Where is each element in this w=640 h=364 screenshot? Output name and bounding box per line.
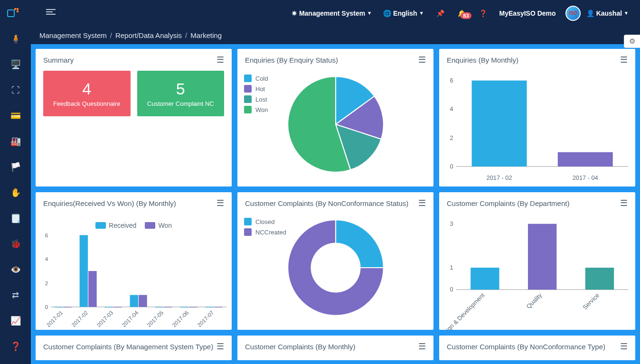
svg-rect-24 (80, 235, 88, 307)
legend-won: Won (158, 222, 172, 229)
svg-text:sign & Development: sign & Development (442, 291, 486, 330)
legend: Received Won (38, 222, 230, 229)
tile-label: Feedback Questionnaire (53, 100, 121, 107)
brand-name[interactable]: MyEasyISO Demo (494, 0, 562, 26)
sidebar-item-8[interactable]: 🗒️ (0, 205, 31, 231)
sidebar: 🧍 🖥️ ⛶ 💳 🏭 🏳️ ✋ 🗒️ 🐞 👁️ ⇄ 📈 ❓ (0, 26, 31, 364)
notifications-icon[interactable]: 🔔83 (451, 9, 472, 17)
bar-chart: 02462017 - 022017 - 04 (439, 71, 635, 190)
svg-rect-14 (558, 152, 613, 167)
svg-rect-12 (472, 81, 527, 167)
panel-complaints-ms-type: Customer Complaints (By Management Syste… (36, 336, 232, 360)
bar-chart: 02462017-012017-022017-032017-042017-052… (38, 232, 230, 333)
language-label: English (393, 9, 417, 17)
panel-menu-icon[interactable]: ☰ (216, 341, 224, 352)
pin-icon[interactable]: 📌 (430, 9, 451, 17)
svg-rect-36 (180, 307, 188, 308)
tile-value: 5 (176, 80, 185, 98)
legend-created: NCCreated (255, 229, 286, 236)
caret-down-icon: ▼ (419, 10, 424, 16)
panel-complaints-dept: Customer Complaints (By Department) ☰ 01… (439, 192, 635, 330)
sidebar-item-11[interactable]: ⇄ (0, 282, 31, 308)
legend-received: Received (109, 222, 136, 229)
pie-chart (286, 75, 386, 174)
page-settings-icon[interactable]: ⚙ (624, 35, 640, 48)
sidebar-item-5[interactable]: 🏭 (0, 129, 31, 154)
svg-rect-37 (189, 307, 197, 308)
sidebar-item-2[interactable]: 🖥️ (0, 52, 31, 77)
panel-menu-icon[interactable]: ☰ (418, 341, 426, 352)
svg-rect-2 (17, 8, 19, 10)
panel-title: Customer Complaints (By Management Syste… (43, 343, 213, 351)
svg-rect-30 (130, 295, 138, 307)
panel-menu-icon[interactable]: ☰ (620, 198, 628, 208)
sidebar-item-10[interactable]: 👁️ (0, 257, 31, 282)
sidebar-item-1[interactable]: 🧍 (0, 26, 31, 52)
sidebar-item-3[interactable]: ⛶ (0, 77, 31, 103)
legend-won: Won (255, 106, 268, 113)
help-icon[interactable]: ❓ (472, 9, 494, 17)
panel-menu-icon[interactable]: ☰ (418, 198, 426, 208)
breadcrumb-c[interactable]: Marketing (190, 31, 222, 39)
sidebar-item-12[interactable]: 📈 (0, 308, 31, 334)
sidebar-item-9[interactable]: 🐞 (0, 231, 31, 257)
svg-rect-22 (63, 307, 71, 308)
breadcrumb-sep: / (182, 31, 190, 39)
svg-rect-39 (206, 307, 214, 308)
legend-hot: Hot (255, 85, 265, 93)
svg-text:3: 3 (450, 220, 453, 227)
svg-rect-5 (46, 11, 53, 12)
svg-point-42 (311, 243, 360, 293)
panel-complaints-nc-status: Customer Complaints (By NonConformance S… (237, 192, 433, 330)
svg-rect-1 (14, 8, 16, 10)
tile-feedback[interactable]: 4 Feedback Questionnaire (43, 71, 131, 116)
app-logo[interactable] (6, 6, 20, 20)
user-dropdown[interactable]: 👤 Kaushal ▼ (581, 0, 634, 26)
legend: Closed NCCreated (244, 218, 286, 239)
sidebar-item-13[interactable]: ❓ (0, 334, 31, 359)
svg-rect-4 (46, 9, 56, 10)
svg-rect-28 (113, 307, 122, 308)
management-system-label: Management System (299, 9, 365, 17)
panel-menu-icon[interactable]: ☰ (216, 198, 224, 208)
panel-complaints-monthly: Customer Complaints (By Monthly) ☰ (237, 336, 433, 360)
sidebar-item-7[interactable]: ✋ (0, 180, 31, 205)
topbar: ✷ Management System ▼ 🌐 English ▼ 📌 🔔83 … (0, 0, 640, 26)
gear-icon: ✷ (292, 9, 297, 17)
management-system-dropdown[interactable]: ✷ Management System ▼ (286, 0, 377, 26)
svg-rect-27 (105, 307, 113, 308)
svg-rect-49 (528, 224, 556, 290)
panel-menu-icon[interactable]: ☰ (216, 55, 224, 65)
language-dropdown[interactable]: 🌐 English ▼ (377, 0, 429, 26)
svg-rect-0 (8, 10, 14, 17)
dashboard-grid: Summary ☰ 4 Feedback Questionnaire 5 Cus… (31, 44, 640, 364)
sidebar-item-6[interactable]: 🏳️ (0, 154, 31, 180)
svg-rect-40 (214, 307, 222, 308)
panel-menu-icon[interactable]: ☰ (620, 55, 628, 65)
svg-text:2017-06: 2017-06 (171, 309, 190, 328)
user-name-label: Kaushal (596, 9, 622, 17)
toggle-sidebar-icon[interactable] (46, 9, 56, 17)
svg-text:6: 6 (45, 232, 48, 238)
globe-icon: 🌐 (383, 9, 391, 17)
tile-complaint[interactable]: 5 Customer Complaint NC (137, 71, 225, 116)
breadcrumb-b[interactable]: Report/Data Analysis (115, 31, 182, 39)
breadcrumb-a[interactable]: Management System (39, 31, 107, 39)
sidebar-item-4[interactable]: 💳 (0, 103, 31, 129)
panel-menu-icon[interactable]: ☰ (620, 341, 628, 352)
breadcrumb-sep: / (107, 31, 115, 39)
panel-menu-icon[interactable]: ☰ (418, 55, 426, 65)
svg-text:2: 2 (45, 280, 48, 286)
panel-title: Summary (43, 56, 74, 64)
svg-text:Service: Service (581, 292, 601, 311)
avatar[interactable]: ISO (565, 6, 581, 21)
svg-text:4: 4 (45, 256, 48, 262)
svg-rect-47 (471, 268, 499, 289)
content: Management System / Report/Data Analysis… (31, 26, 640, 364)
svg-rect-21 (55, 307, 63, 308)
svg-rect-31 (139, 295, 147, 307)
svg-text:0: 0 (450, 163, 453, 170)
svg-text:6: 6 (450, 77, 453, 84)
svg-text:0: 0 (45, 304, 48, 310)
svg-text:2: 2 (450, 134, 453, 141)
